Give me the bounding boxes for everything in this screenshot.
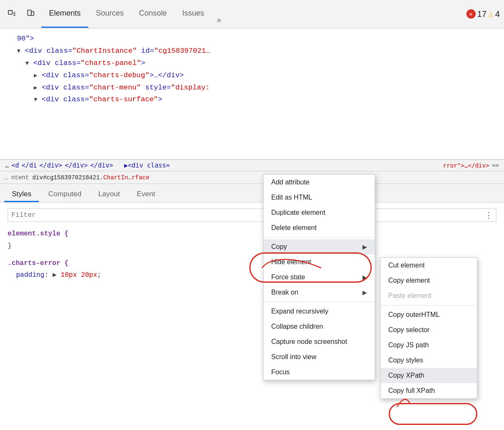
tab-issues[interactable]: Issues [174, 0, 212, 28]
submenu-arrow-break-on: ▶ [362, 289, 367, 296]
menu-copy[interactable]: Copy ▶ [264, 239, 375, 254]
dom-line-2[interactable]: ▼ <div class="ChartInstance" id="cg15839… [8, 45, 496, 57]
context-menu-primary: Add attribute Edit as HTML Duplicate ele… [263, 174, 375, 380]
tab-event[interactable]: Event [129, 187, 163, 202]
menu-capture-screenshot[interactable]: Capture node screenshot [264, 334, 375, 349]
menu-copy-element[interactable]: Copy element [381, 273, 477, 288]
device-toggle-button[interactable] [23, 6, 38, 22]
menu-copy-js-path[interactable]: Copy JS path [381, 338, 477, 353]
menu-focus[interactable]: Focus [264, 365, 375, 380]
dom-line-4[interactable]: ▶ <div class="charts-debug">…</div> [8, 70, 496, 82]
toolbar-right: ✕ 17 ⚠ 4 [466, 9, 500, 19]
main-area: 90"> ▼ <div class="ChartInstance" id="cg… [0, 29, 504, 430]
dom-line-1: 90"> [8, 33, 496, 45]
warning-count: 4 [495, 9, 500, 19]
error-badge[interactable]: ✕ 17 ⚠ 4 [466, 9, 500, 19]
menu-collapse-children[interactable]: Collapse children [264, 319, 375, 334]
tab-computed[interactable]: Computed [41, 187, 89, 202]
dom-line-6[interactable]: ▼ <div class="charts-surface"> [8, 94, 496, 106]
menu-force-state[interactable]: Force state ▶ [264, 270, 375, 285]
menu-separator-2 [264, 302, 375, 302]
menu-copy-selector[interactable]: Copy selector [381, 322, 477, 338]
tab-sources[interactable]: Sources [88, 0, 131, 28]
filter-options-button[interactable]: ⋮ [485, 211, 493, 220]
menu-copy-xpath[interactable]: Copy XPath [381, 368, 477, 383]
devtools-toolbar: Elements Sources Console Issues » ✕ 17 ⚠… [0, 0, 504, 29]
menu-break-on[interactable]: Break on ▶ [264, 285, 375, 300]
tab-console[interactable]: Console [131, 0, 174, 28]
menu-duplicate-element[interactable]: Duplicate element [264, 205, 375, 220]
dom-line-5[interactable]: ▶ <div class="chart-menu" style="display… [8, 82, 496, 94]
menu-copy-full-xpath[interactable]: Copy full XPath [381, 383, 477, 398]
breadcrumb-area: … ntent div#cg1583970218421.ChartIn …rfa… [0, 171, 504, 184]
submenu-arrow-copy: ▶ [362, 243, 367, 250]
inspect-element-button[interactable] [4, 6, 19, 22]
error-count: 17 [477, 9, 487, 19]
breadcrumb-path[interactable]: div#cg1583970218421.ChartIn [32, 174, 128, 181]
tab-elements[interactable]: Elements [41, 0, 88, 28]
menu-cut-element[interactable]: Cut element [381, 258, 477, 273]
svg-rect-4 [28, 10, 31, 16]
context-menu-secondary: Cut element Copy element Paste element C… [380, 257, 477, 399]
panel-tabs: Styles Computed Layout Event [0, 184, 504, 203]
menu-copy-outerhtml[interactable]: Copy outerHTML [381, 307, 477, 322]
menu-paste-element: Paste element [381, 288, 477, 303]
warning-icon: ⚠ [488, 9, 493, 19]
breadcrumb-dots: … [4, 174, 8, 181]
tab-list: Elements Sources Console Issues » [41, 0, 463, 28]
menu-scroll-into-view[interactable]: Scroll into view [264, 349, 375, 365]
menu-hide-element[interactable]: Hide element [264, 254, 375, 270]
css-rule-element: element.style { } [8, 228, 496, 252]
dom-collapsed-bar: … <d </di </div> </div> </div> ▶<div cla… [0, 160, 504, 171]
tab-layout[interactable]: Layout [91, 187, 128, 202]
filter-label: Filter [11, 211, 485, 219]
filter-bar: Filter ⋮ [8, 208, 496, 222]
svg-rect-5 [31, 12, 34, 16]
menu-separator-1 [264, 237, 375, 238]
menu-edit-as-html[interactable]: Edit as HTML [264, 190, 375, 205]
breadcrumb-ntent: ntent [11, 174, 29, 181]
svg-rect-0 [8, 11, 12, 14]
menu-copy-styles[interactable]: Copy styles [381, 353, 477, 368]
error-icon: ✕ [466, 9, 476, 19]
tab-styles[interactable]: Styles [4, 187, 39, 202]
menu-add-attribute[interactable]: Add attribute [264, 175, 375, 190]
more-tabs-button[interactable]: » [212, 13, 226, 28]
submenu-arrow-force-state: ▶ [362, 274, 367, 281]
menu-delete-element[interactable]: Delete element [264, 220, 375, 235]
secondary-separator-1 [381, 305, 477, 306]
dom-panel: 90"> ▼ <div class="ChartInstance" id="cg… [0, 29, 504, 160]
menu-expand-recursively[interactable]: Expand recursively [264, 304, 375, 319]
dom-line-3[interactable]: ▼ <div class="charts-panel"> [8, 57, 496, 70]
